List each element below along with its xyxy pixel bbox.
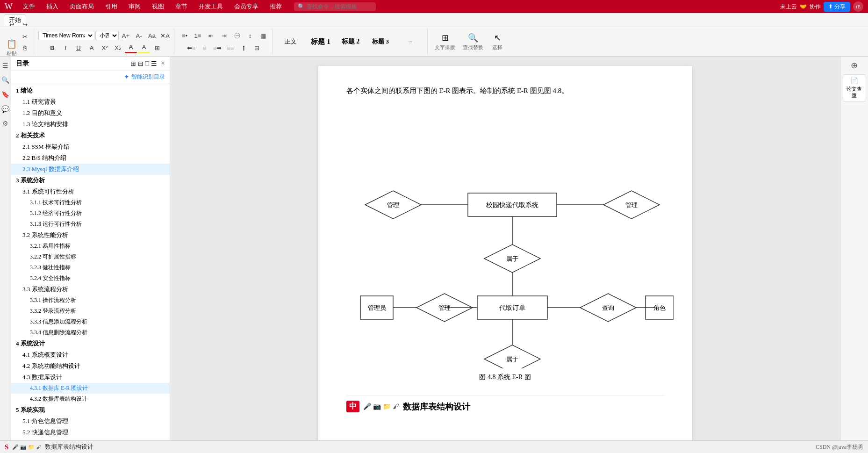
indent-button[interactable]: ⇥ (218, 30, 230, 41)
underline-button[interactable]: U (72, 42, 85, 53)
menu-recommend[interactable]: 推荐 (266, 1, 286, 12)
toc-item[interactable]: 3.2.4 安全性指标 (11, 273, 170, 284)
toc-item[interactable]: 3.2 系统性能分析 (11, 230, 170, 241)
cut-button[interactable]: ✂ (19, 31, 31, 42)
col-break-button[interactable]: ⊟ (251, 42, 263, 53)
line-spacing-button[interactable]: ↕ (244, 30, 256, 41)
recheck-button[interactable]: 📄 论文查重 (843, 74, 866, 101)
toc-item[interactable]: 1 绪论 (11, 85, 170, 96)
clear-format-button[interactable]: ✕A (159, 30, 171, 41)
toc-item[interactable]: 3.2.1 易用性指标 (11, 241, 170, 252)
shading-button[interactable]: ▦ (257, 30, 269, 41)
bold-button[interactable]: B (46, 42, 58, 53)
strikethrough-button[interactable]: A (86, 42, 98, 53)
menu-chapter[interactable]: 章节 (172, 1, 191, 12)
style-heading3[interactable]: 标题 3 (366, 30, 395, 53)
cloud-status[interactable]: 未上云 (780, 3, 797, 11)
sidebar-filter-icon[interactable]: ☰ (151, 60, 157, 68)
collab-text[interactable]: 协作 (810, 3, 821, 11)
font-size-select[interactable]: 小四 (95, 31, 119, 40)
italic-button[interactable]: I (59, 42, 72, 53)
font-decrease-button[interactable]: A- (133, 30, 145, 41)
align-left-button[interactable]: ⬅≡ (185, 42, 197, 53)
paste-button[interactable]: 📋 (6, 38, 18, 50)
toc-item[interactable]: 3.3.3 信息添加流程分析 (11, 316, 170, 327)
toc-item[interactable]: 3.1.3 运行可行性分析 (11, 219, 170, 230)
toc-item[interactable]: 2 相关技术 (11, 130, 170, 141)
superscript-button[interactable]: X² (99, 42, 111, 53)
toc-item[interactable]: 1.3 论文结构安排 (11, 119, 170, 130)
undo-button[interactable]: ↩ (6, 19, 18, 30)
right-panel-nav-icon[interactable]: ⊕ (851, 60, 858, 71)
find-replace-button[interactable]: 🔍 查找替换 (460, 31, 486, 53)
chinese-list-button[interactable]: ㊀ (231, 30, 243, 41)
menu-view[interactable]: 视图 (148, 1, 168, 12)
nav-toc-icon[interactable]: ☰ (1, 60, 10, 71)
toc-item[interactable]: 2.1 SSM 框架介绍 (11, 141, 170, 152)
toc-item[interactable]: 4.1 系统概要设计 (11, 349, 170, 360)
outdent-button[interactable]: ⇤ (205, 30, 217, 41)
subscript-button[interactable]: X₂ (112, 42, 124, 53)
redo-button[interactable]: ↪ (19, 19, 31, 30)
toc-item[interactable]: 5.2 快递信息管理 (11, 427, 170, 438)
font-increase-button[interactable]: A+ (120, 30, 132, 41)
style-normal[interactable]: 正文 (277, 30, 305, 53)
change-case-button[interactable]: Aa (146, 30, 158, 41)
toc-item[interactable]: 5.1 角色信息管理 (11, 416, 170, 427)
toc-item[interactable]: 3.3.1 操作流程分析 (11, 295, 170, 306)
menu-ref[interactable]: 引用 (101, 1, 121, 12)
justify-button[interactable]: ≡≡ (224, 42, 237, 53)
font-color-button[interactable]: A (125, 42, 137, 53)
nav-comment-icon[interactable]: 💬 (0, 104, 11, 115)
nav-bookmark-icon[interactable]: 🔖 (0, 89, 11, 100)
menu-insert[interactable]: 插入 (43, 1, 62, 12)
toc-item[interactable]: 4 系统设计 (11, 338, 170, 349)
style-more[interactable]: ··· (396, 30, 424, 53)
select-button[interactable]: ↖ 选择 (488, 31, 507, 53)
distribute-button[interactable]: ⫿ (237, 42, 250, 53)
toc-item[interactable]: 5 系统实现 (11, 404, 170, 416)
toc-item[interactable]: 1.2 目的和意义 (11, 108, 170, 119)
smart-toc-button[interactable]: ✦ 智能识别目录 (124, 73, 165, 81)
align-right-button[interactable]: ≡➡ (211, 42, 223, 53)
command-search-input[interactable] (307, 3, 372, 10)
unordered-list-button[interactable]: ≡• (179, 30, 191, 41)
highlight-button[interactable]: A (138, 42, 150, 53)
style-heading2[interactable]: 标题 2 (337, 30, 365, 53)
menu-dev[interactable]: 开发工具 (195, 1, 227, 12)
toc-item[interactable]: 4.2 系统功能结构设计 (11, 360, 170, 372)
toc-item[interactable]: 3.1 系统可行性分析 (11, 186, 170, 197)
toc-item[interactable]: 3 系统分析 (11, 175, 170, 186)
menu-member[interactable]: 会员专享 (230, 1, 262, 12)
border-button[interactable]: ⊞ (151, 42, 163, 53)
toc-item[interactable]: 3.3 系统流程分析 (11, 284, 170, 295)
toc-item[interactable]: 2.3 Mysql 数据库介绍 (11, 164, 170, 175)
menu-page-layout[interactable]: 页面布局 (66, 1, 98, 12)
share-button[interactable]: ⬆ 分享 (824, 2, 850, 12)
toc-item[interactable]: 3.1.1 技术可行性分析 (11, 197, 170, 208)
toc-item[interactable]: 4.3.2 数据库表结构设计 (11, 394, 170, 404)
content-area[interactable]: 各个实体之间的联系用下图的 E-R 图表示。绘制的系统 E-R 图见图 4.8。… (170, 57, 840, 440)
toc-item[interactable]: 3.3.2 登录流程分析 (11, 306, 170, 316)
sidebar-collapse-icon[interactable]: ⊟ (138, 60, 143, 68)
toc-item[interactable]: 4.3 数据库设计 (11, 372, 170, 383)
toc-item[interactable]: 4.3.1 数据库 E-R 图设计 (11, 383, 170, 394)
sidebar-show-icon[interactable]: □ (145, 60, 149, 68)
copy-button[interactable]: ⎘ (19, 42, 31, 53)
menu-file[interactable]: 文件 (19, 1, 39, 12)
ordered-list-button[interactable]: 1≡ (192, 30, 204, 41)
toc-item[interactable]: 1.1 研究背景 (11, 96, 170, 108)
search-box[interactable]: 🔍 (294, 2, 376, 11)
toc-item[interactable]: 3.2.2 可扩展性指标 (11, 252, 170, 262)
style-heading1[interactable]: 标题 1 (307, 30, 335, 53)
nav-search-icon[interactable]: 🔍 (0, 75, 11, 86)
toc-item[interactable]: 3.2.3 健壮性指标 (11, 262, 170, 273)
toc-item[interactable]: 2.2 B/S 结构介绍 (11, 152, 170, 164)
nav-settings-icon[interactable]: ⚙ (1, 118, 10, 129)
toc-item[interactable]: 3.1.2 经济可行性分析 (11, 208, 170, 219)
sidebar-expand-icon[interactable]: ⊞ (130, 60, 136, 68)
font-name-select[interactable]: Times New Roma (38, 31, 94, 40)
toc-item[interactable]: 3.3.4 信息删除流程分析 (11, 327, 170, 338)
align-center-button[interactable]: ≡ (198, 42, 210, 53)
menu-review[interactable]: 审阅 (125, 1, 144, 12)
